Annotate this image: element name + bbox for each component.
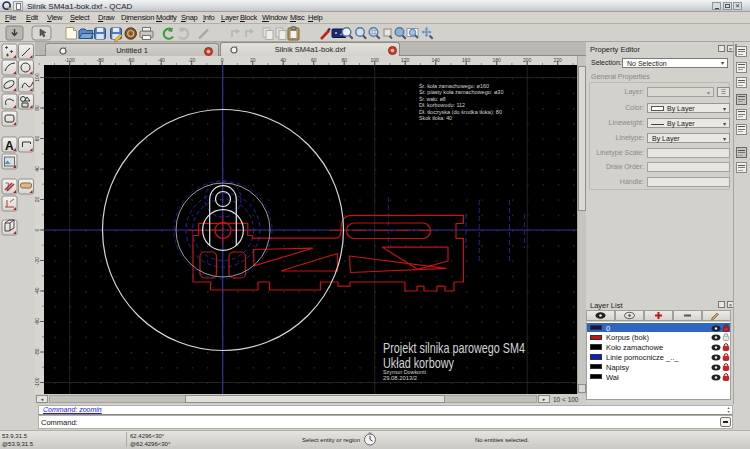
svg-text:160: 160 bbox=[462, 57, 471, 63]
svg-text:100: 100 bbox=[371, 57, 380, 63]
svg-text:-40: -40 bbox=[158, 57, 165, 63]
svg-text:-60: -60 bbox=[35, 318, 40, 325]
svg-text:Dł. tłoczyska (do środka tłoka: Dł. tłoczyska (do środka tłoka): 80 bbox=[419, 109, 503, 115]
svg-text:40: 40 bbox=[35, 166, 40, 172]
svg-text:-40: -40 bbox=[35, 287, 40, 294]
svg-text:120: 120 bbox=[401, 57, 410, 63]
svg-text:0: 0 bbox=[221, 57, 224, 63]
svg-text:220: 220 bbox=[554, 57, 563, 63]
svg-text:20: 20 bbox=[35, 197, 40, 203]
svg-text:140: 140 bbox=[432, 57, 441, 63]
svg-text:29.08.2013/2: 29.08.2013/2 bbox=[383, 375, 417, 381]
svg-text:-80: -80 bbox=[97, 57, 104, 63]
svg-text:-60: -60 bbox=[127, 57, 134, 63]
svg-text:Śr. wału: ø8: Śr. wału: ø8 bbox=[419, 95, 446, 102]
svg-text:-20: -20 bbox=[35, 257, 40, 264]
svg-text:40: 40 bbox=[280, 57, 286, 63]
svg-text:Układ korbowy: Układ korbowy bbox=[383, 354, 454, 371]
svg-text:80: 80 bbox=[341, 57, 347, 63]
svg-text:200: 200 bbox=[523, 57, 532, 63]
svg-text:-100: -100 bbox=[65, 57, 75, 63]
svg-text:-20: -20 bbox=[188, 57, 195, 63]
svg-text:Dł. korbowodu: 112: Dł. korbowodu: 112 bbox=[419, 102, 466, 108]
svg-text:60: 60 bbox=[311, 57, 317, 63]
svg-text:180: 180 bbox=[493, 57, 502, 63]
svg-text:100: 100 bbox=[35, 73, 40, 82]
svg-text:20: 20 bbox=[250, 57, 256, 63]
svg-text:80: 80 bbox=[35, 105, 40, 111]
svg-text:-100: -100 bbox=[35, 377, 40, 387]
svg-text:Śr. koła zamachowego: ø160: Śr. koła zamachowego: ø160 bbox=[419, 82, 490, 89]
svg-text:60: 60 bbox=[35, 136, 40, 142]
svg-text:A: A bbox=[5, 139, 14, 153]
svg-text:0: 0 bbox=[35, 228, 40, 231]
svg-text:-80: -80 bbox=[35, 348, 40, 355]
svg-text:Śr. piasty koła zamachowego: ø: Śr. piasty koła zamachowego: ø30 bbox=[419, 88, 504, 95]
svg-text:Skok tłoka: 40: Skok tłoka: 40 bbox=[419, 115, 453, 121]
